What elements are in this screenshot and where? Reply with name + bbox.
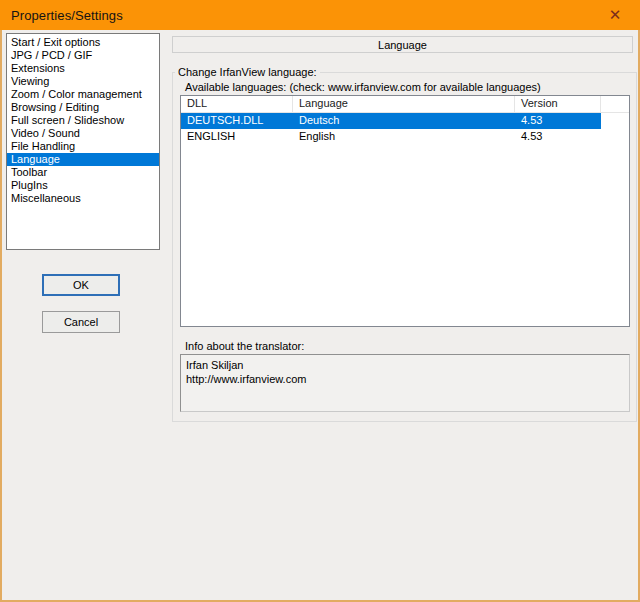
languages-table[interactable]: DLL Language Version DEUTSCH.DLL Deutsch… xyxy=(180,95,630,327)
table-header-row: DLL Language Version xyxy=(181,96,629,113)
close-icon[interactable]: ✕ xyxy=(598,0,632,30)
sidebar-item-viewing[interactable]: Viewing xyxy=(7,75,159,88)
title-bar[interactable]: Properties/Settings ✕ xyxy=(0,0,640,30)
column-header-dll[interactable]: DLL xyxy=(181,96,293,112)
sidebar-item-file-handling[interactable]: File Handling xyxy=(7,140,159,153)
cell-version: 4.53 xyxy=(515,113,601,129)
groupbox-label: Change IrfanView language: xyxy=(175,66,320,78)
sidebar-item-browsing-editing[interactable]: Browsing / Editing xyxy=(7,101,159,114)
table-row-english[interactable]: ENGLISH English 4.53 xyxy=(181,129,629,145)
sidebar-item-extensions[interactable]: Extensions xyxy=(7,62,159,75)
sidebar-item-zoom-color-management[interactable]: Zoom / Color management xyxy=(7,88,159,101)
cancel-button[interactable]: Cancel xyxy=(42,311,120,333)
properties-settings-dialog: Properties/Settings ✕ Start / Exit optio… xyxy=(0,0,640,602)
translator-name: Irfan Skiljan xyxy=(186,358,624,372)
translator-url: http://www.irfanview.com xyxy=(186,372,624,386)
sidebar-item-start-exit-options[interactable]: Start / Exit options xyxy=(7,36,159,49)
translator-info-box: Irfan Skiljan http://www.irfanview.com xyxy=(180,354,630,412)
cell-dll: ENGLISH xyxy=(181,129,293,145)
sidebar-item-toolbar[interactable]: Toolbar xyxy=(7,166,159,179)
settings-category-list[interactable]: Start / Exit options JPG / PCD / GIF Ext… xyxy=(6,33,160,250)
column-header-language[interactable]: Language xyxy=(293,96,515,112)
sidebar-item-plugins[interactable]: PlugIns xyxy=(7,179,159,192)
sidebar-item-video-sound[interactable]: Video / Sound xyxy=(7,127,159,140)
sidebar-item-jpg-pcd-gif[interactable]: JPG / PCD / GIF xyxy=(7,49,159,62)
page-title-label: Language xyxy=(378,39,427,51)
translator-info-label: Info about the translator: xyxy=(183,340,306,352)
ok-button[interactable]: OK xyxy=(42,274,120,296)
sidebar-item-language[interactable]: Language xyxy=(7,153,159,166)
cell-version: 4.53 xyxy=(515,129,601,145)
cell-language: Deutsch xyxy=(293,113,515,129)
column-header-version[interactable]: Version xyxy=(515,96,601,112)
sidebar-item-full-screen-slideshow[interactable]: Full screen / Slideshow xyxy=(7,114,159,127)
cell-language: English xyxy=(293,129,515,145)
sidebar-item-miscellaneous[interactable]: Miscellaneous xyxy=(7,192,159,205)
cell-dll: DEUTSCH.DLL xyxy=(181,113,293,129)
table-row-deutsch[interactable]: DEUTSCH.DLL Deutsch 4.53 xyxy=(181,113,601,129)
window-title: Properties/Settings xyxy=(11,8,123,23)
available-languages-label: Available languages: (check: www.irfanvi… xyxy=(183,81,543,93)
page-title: Language xyxy=(172,36,633,53)
